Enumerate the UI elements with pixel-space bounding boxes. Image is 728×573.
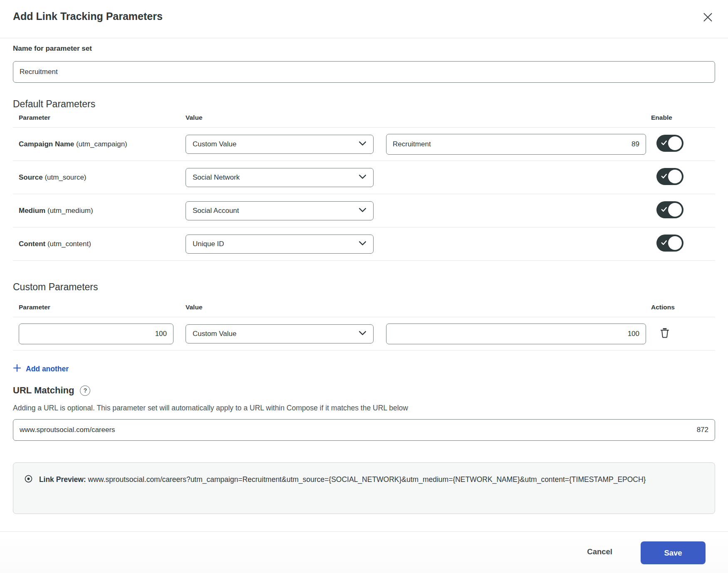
url-matching-heading: URL Matching ? xyxy=(13,385,715,396)
chevron-down-icon xyxy=(357,238,368,250)
char-count: 89 xyxy=(631,140,639,148)
campaign-enable-toggle[interactable] xyxy=(656,135,683,152)
url-matching-title: URL Matching xyxy=(13,385,74,396)
custom-parameter-row: 100 Custom Value 100 xyxy=(13,317,715,351)
column-header-value: Value xyxy=(186,304,386,317)
medium-value-type-select[interactable]: Social Account xyxy=(186,201,374,220)
parameter-key: (utm_source) xyxy=(45,173,86,181)
column-header-actions: Actions xyxy=(646,304,715,317)
default-parameters-title: Default Parameters xyxy=(13,99,715,110)
cancel-button[interactable]: Cancel xyxy=(576,541,623,562)
char-count: 100 xyxy=(155,330,167,338)
default-parameters-header: Parameter Value Enable xyxy=(13,110,715,128)
chevron-down-icon xyxy=(357,138,368,151)
check-icon xyxy=(660,172,668,181)
char-count: 100 xyxy=(628,330,639,338)
question-mark-icon: ? xyxy=(84,387,87,394)
select-value: Social Account xyxy=(193,207,239,215)
column-header-parameter: Parameter xyxy=(13,114,186,127)
close-icon xyxy=(702,12,713,24)
delete-row-button[interactable] xyxy=(659,326,671,341)
custom-parameter-value-type-select[interactable]: Custom Value xyxy=(186,324,374,343)
add-another-label: Add another xyxy=(26,365,69,373)
campaign-custom-value-input[interactable]: Recruitment 89 xyxy=(386,134,646,155)
parameter-name: Medium xyxy=(19,207,45,215)
modal-body: Name for parameter set Recruitment Defau… xyxy=(0,38,728,531)
trash-icon xyxy=(659,327,670,340)
url-input[interactable]: www.sproutsocial.com/careers 872 xyxy=(13,419,715,441)
plus-icon xyxy=(13,364,21,374)
target-icon xyxy=(24,477,35,485)
custom-parameters-title: Custom Parameters xyxy=(13,282,715,293)
parameter-key: (utm_content) xyxy=(47,240,91,248)
help-button[interactable]: ? xyxy=(80,385,90,396)
link-preview-url: www.sproutsocial.com/careers?utm_campaig… xyxy=(88,475,646,484)
chevron-down-icon xyxy=(357,205,368,217)
modal-header: Add Link Tracking Parameters xyxy=(0,0,728,38)
custom-value-text: Recruitment xyxy=(393,140,431,148)
toggle-knob xyxy=(668,203,682,217)
content-value-type-select[interactable]: Unique ID xyxy=(186,235,374,254)
toggle-knob xyxy=(668,136,682,150)
name-field-label: Name for parameter set xyxy=(13,44,715,53)
select-value: Unique ID xyxy=(193,240,224,248)
check-icon xyxy=(660,239,668,248)
link-preview-label: Link Preview: xyxy=(39,475,86,484)
custom-parameter-name-input[interactable]: 100 xyxy=(19,324,173,344)
column-header-parameter: Parameter xyxy=(13,304,186,317)
name-input-value: Recruitment xyxy=(20,68,58,76)
source-enable-toggle[interactable] xyxy=(656,168,683,185)
medium-enable-toggle[interactable] xyxy=(656,201,683,218)
table-row-medium: Medium (utm_medium) Social Account xyxy=(13,194,715,227)
parameter-name: Campaign Name xyxy=(19,140,74,148)
toggle-knob xyxy=(668,170,682,183)
page-title: Add Link Tracking Parameters xyxy=(13,9,163,22)
select-value: Social Network xyxy=(193,173,240,182)
parameter-name: Content xyxy=(19,240,45,248)
parameter-name: Source xyxy=(19,173,43,181)
table-row-source: Source (utm_source) Social Network xyxy=(13,161,715,194)
parameter-key: (utm_campaign) xyxy=(76,140,127,148)
url-char-count: 872 xyxy=(697,426,708,434)
custom-parameter-value-input[interactable]: 100 xyxy=(386,324,646,344)
content-enable-toggle[interactable] xyxy=(656,235,683,252)
select-value: Custom Value xyxy=(193,140,237,148)
parameter-key: (utm_medium) xyxy=(47,207,93,215)
url-matching-description: Adding a URL is optional. This parameter… xyxy=(13,404,715,412)
save-button[interactable]: Save xyxy=(641,541,706,564)
close-button[interactable] xyxy=(701,10,715,26)
url-input-value: www.sproutsocial.com/careers xyxy=(20,426,115,434)
modal-footer: Cancel Save xyxy=(0,531,728,573)
check-icon xyxy=(660,139,668,148)
table-row-campaign-name: Campaign Name (utm_campaign) Custom Valu… xyxy=(13,128,715,161)
name-input[interactable]: Recruitment xyxy=(13,61,715,83)
custom-parameters-header: Parameter Value Actions xyxy=(13,293,715,317)
table-row-content: Content (utm_content) Unique ID xyxy=(13,227,715,261)
chevron-down-icon xyxy=(357,328,368,340)
toggle-knob xyxy=(668,236,682,250)
check-icon xyxy=(660,205,668,215)
source-value-type-select[interactable]: Social Network xyxy=(186,168,374,187)
column-header-enable: Enable xyxy=(646,114,715,127)
link-preview-box: Link Preview: www.sproutsocial.com/caree… xyxy=(13,462,715,514)
column-header-value: Value xyxy=(186,114,386,127)
select-value: Custom Value xyxy=(193,330,237,338)
add-another-button[interactable]: Add another xyxy=(13,364,69,374)
chevron-down-icon xyxy=(357,171,368,184)
campaign-value-type-select[interactable]: Custom Value xyxy=(186,135,374,154)
